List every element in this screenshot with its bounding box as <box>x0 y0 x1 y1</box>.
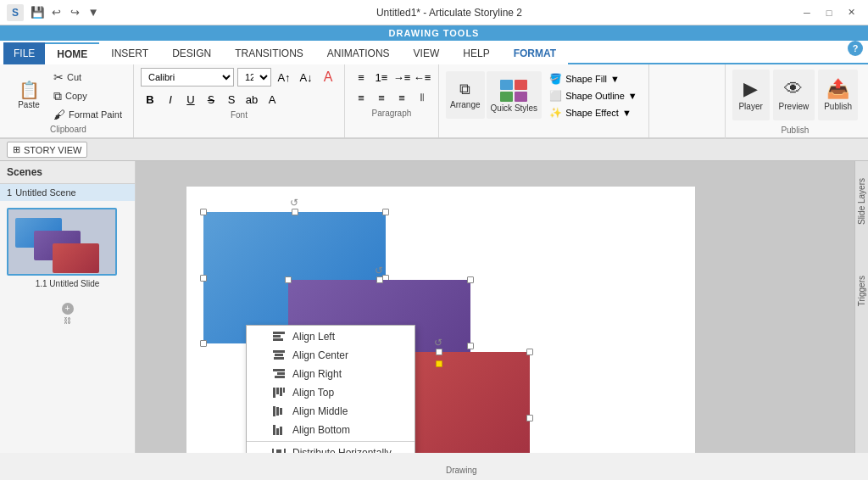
customize-button[interactable]: ▼ <box>85 4 102 21</box>
quick-styles-button[interactable]: Quick Styles <box>487 71 542 119</box>
canvas-area[interactable]: ↺ ↺ <box>136 161 854 453</box>
highlight-button[interactable]: ab <box>242 90 261 109</box>
publish-button[interactable]: 📤 Publish <box>818 70 858 120</box>
paste-button[interactable]: 📋 Paste <box>10 72 47 120</box>
handle-tm-red[interactable] <box>436 349 442 355</box>
decrease-indent-button[interactable]: ←≡ <box>413 68 431 87</box>
align-right-button[interactable]: ≡ <box>392 88 411 107</box>
align-top-icon <box>272 387 286 399</box>
menu-divider-1 <box>247 441 415 442</box>
svg-rect-4 <box>275 354 283 356</box>
menu-item-align-right[interactable]: Align Right <box>247 365 415 383</box>
shape-effect-button[interactable]: ✨ Shape Effect ▼ <box>545 105 642 120</box>
handle-mr-purple[interactable] <box>467 343 474 349</box>
copy-button[interactable]: ⧉ Copy <box>49 87 126 104</box>
slide-thumbnail[interactable] <box>7 208 117 276</box>
copy-icon: ⧉ <box>53 90 62 102</box>
close-button[interactable]: ✕ <box>841 4 861 21</box>
tab-file[interactable]: FILE <box>3 42 45 64</box>
font-color-button[interactable]: A <box>319 68 337 87</box>
scenes-header: Scenes <box>0 161 135 184</box>
font-family-select[interactable]: Calibri <box>141 68 234 87</box>
align-center-button[interactable]: ≡ <box>372 88 391 107</box>
distribute-h-icon <box>272 447 286 453</box>
svg-rect-10 <box>276 388 279 394</box>
add-slide-button[interactable]: + <box>62 303 74 315</box>
handle-tl-purple[interactable] <box>285 276 292 283</box>
svg-rect-3 <box>273 350 285 353</box>
handle-tm-blue[interactable] <box>292 209 298 215</box>
handle-tm-purple[interactable] <box>376 276 383 283</box>
main-layout: Scenes 1 Untitled Scene 1.1 Untitled Sli… <box>0 161 868 453</box>
handle-tr-red[interactable] <box>526 349 533 355</box>
shape-outline-button[interactable]: ⬜ Shape Outline ▼ <box>545 88 642 103</box>
menu-item-align-center[interactable]: Align Center <box>247 346 415 365</box>
svg-rect-20 <box>284 449 286 453</box>
shape-fill-button[interactable]: 🪣 Shape Fill ▼ <box>545 71 642 87</box>
tab-design[interactable]: DESIGN <box>160 42 223 64</box>
save-button[interactable]: 💾 <box>29 4 46 21</box>
menu-item-align-top[interactable]: Align Top <box>247 383 415 402</box>
handle-mr-red[interactable] <box>526 415 533 421</box>
font-group: Calibri 12 A↑ A↓ A B I U S̶ S ab A Font <box>134 64 345 137</box>
numbering-button[interactable]: 1≡ <box>372 68 391 87</box>
menu-item-distribute-h[interactable]: Distribute Horizontally <box>247 444 415 453</box>
align-left-button[interactable]: ≡ <box>352 88 370 107</box>
tab-transitions[interactable]: TRANSITIONS <box>223 42 315 64</box>
triggers-label[interactable]: Triggers <box>857 276 866 306</box>
font-shrink-button[interactable]: A↓ <box>297 68 315 87</box>
cut-button[interactable]: ✂ Cut <box>49 69 126 86</box>
handle-tl-blue[interactable] <box>200 209 207 215</box>
quick-access-toolbar: 💾 ↩ ↪ ▼ <box>29 4 102 21</box>
italic-button[interactable]: I <box>161 90 180 109</box>
text-bg-button[interactable]: A <box>263 90 281 109</box>
player-button[interactable]: ▶ Player <box>732 70 770 120</box>
handle-bl-blue[interactable] <box>200 340 207 347</box>
help-button[interactable]: ? <box>848 41 863 56</box>
minimize-button[interactable]: ─ <box>797 4 817 21</box>
tab-insert[interactable]: INSERT <box>99 42 160 64</box>
maximize-button[interactable]: □ <box>819 4 839 21</box>
story-view-bar: ⊞ STORY VIEW <box>0 139 868 161</box>
menu-item-align-middle[interactable]: Align Middle <box>247 402 415 421</box>
slide-layers-label[interactable]: Slide Layers <box>857 178 866 225</box>
quick-styles-icon <box>498 78 529 102</box>
drawing-tools-label: DRAWING TOOLS <box>389 28 480 38</box>
paragraph-group: ≡ 1≡ →≡ ←≡ ≡ ≡ ≡ ⫴ Paragraph <box>345 64 439 137</box>
scene-item[interactable]: 1 Untitled Scene <box>0 184 135 201</box>
rotate-handle-red[interactable]: ↺ <box>434 337 444 347</box>
tab-home[interactable]: HOME <box>45 42 99 64</box>
align-bottom-label: Align Bottom <box>292 424 350 436</box>
story-view-button[interactable]: ⊞ STORY VIEW <box>7 142 87 158</box>
yellow-dot-red[interactable] <box>436 360 442 367</box>
rotate-handle-purple[interactable]: ↺ <box>375 265 385 275</box>
tab-view[interactable]: VIEW <box>402 42 452 64</box>
format-paint-button[interactable]: 🖌 Format Paint <box>49 106 126 123</box>
scene-add: + ⛓ <box>0 302 135 325</box>
increase-indent-button[interactable]: →≡ <box>392 68 411 87</box>
arrange-button[interactable]: ⧉ Arrange <box>446 71 485 119</box>
tab-help[interactable]: HELP <box>451 42 501 64</box>
text-shadow-button[interactable]: S <box>222 90 241 109</box>
handle-ml-blue[interactable] <box>200 275 207 282</box>
rotate-handle-blue[interactable]: ↺ <box>290 197 300 207</box>
bold-button[interactable]: B <box>141 90 159 109</box>
align-top-label: Align Top <box>292 387 334 399</box>
handle-tr-purple[interactable] <box>467 276 474 283</box>
underline-button[interactable]: U <box>181 90 200 109</box>
tab-format[interactable]: FORMAT <box>502 42 568 64</box>
redo-button[interactable]: ↪ <box>66 4 83 21</box>
font-group-label: Font <box>231 110 248 120</box>
preview-button[interactable]: 👁 Preview <box>773 70 815 120</box>
font-grow-button[interactable]: A↑ <box>275 68 293 87</box>
font-size-select[interactable]: 12 <box>237 68 271 87</box>
strikethrough-button[interactable]: S̶ <box>202 90 220 109</box>
menu-item-align-bottom[interactable]: Align Bottom <box>247 421 415 439</box>
undo-button[interactable]: ↩ <box>47 4 64 21</box>
tab-animations[interactable]: ANIMATIONS <box>315 42 402 64</box>
columns-button[interactable]: ⫴ <box>413 88 431 107</box>
bullets-button[interactable]: ≡ <box>352 68 370 87</box>
handle-tr-blue[interactable] <box>382 209 389 215</box>
menu-item-align-left[interactable]: Align Left <box>247 327 415 346</box>
svg-rect-1 <box>273 335 281 338</box>
